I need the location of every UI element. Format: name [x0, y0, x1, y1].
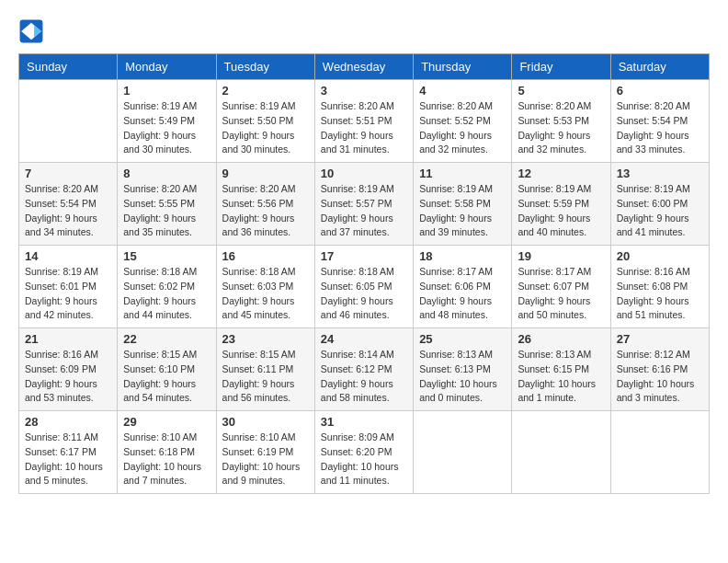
- day-info: Sunrise: 8:15 AMSunset: 6:11 PMDaylight:…: [222, 348, 309, 406]
- calendar-cell: [414, 411, 512, 494]
- day-info: Sunrise: 8:19 AMSunset: 5:58 PMDaylight:…: [419, 182, 506, 240]
- day-number: 15: [123, 249, 210, 263]
- weekday-header-friday: Friday: [512, 54, 610, 80]
- logo: [18, 18, 48, 44]
- calendar-cell: 8Sunrise: 8:20 AMSunset: 5:55 PMDaylight…: [118, 163, 216, 246]
- day-info: Sunrise: 8:17 AMSunset: 6:07 PMDaylight:…: [518, 265, 604, 323]
- day-info: Sunrise: 8:16 AMSunset: 6:09 PMDaylight:…: [25, 348, 111, 406]
- day-number: 23: [222, 332, 309, 346]
- day-number: 10: [321, 167, 407, 180]
- calendar-cell: 12Sunrise: 8:19 AMSunset: 5:59 PMDayligh…: [512, 163, 610, 246]
- day-number: 26: [518, 332, 604, 346]
- calendar-cell: 23Sunrise: 8:15 AMSunset: 6:11 PMDayligh…: [216, 328, 314, 411]
- calendar-cell: 5Sunrise: 8:20 AMSunset: 5:53 PMDaylight…: [512, 80, 610, 163]
- calendar-cell: 13Sunrise: 8:19 AMSunset: 6:00 PMDayligh…: [610, 163, 709, 246]
- day-number: 28: [25, 415, 111, 429]
- calendar-cell: 19Sunrise: 8:17 AMSunset: 6:07 PMDayligh…: [512, 246, 610, 328]
- weekday-header-tuesday: Tuesday: [216, 54, 314, 80]
- day-info: Sunrise: 8:11 AMSunset: 6:17 PMDaylight:…: [25, 431, 111, 488]
- day-number: 7: [25, 167, 111, 180]
- calendar-cell: 3Sunrise: 8:20 AMSunset: 5:51 PMDaylight…: [314, 80, 413, 163]
- day-info: Sunrise: 8:19 AMSunset: 5:49 PMDaylight:…: [123, 99, 210, 157]
- weekday-header-monday: Monday: [118, 54, 216, 80]
- day-number: 14: [25, 249, 111, 263]
- day-info: Sunrise: 8:10 AMSunset: 6:18 PMDaylight:…: [123, 431, 210, 488]
- calendar-cell: 10Sunrise: 8:19 AMSunset: 5:57 PMDayligh…: [314, 163, 413, 246]
- day-info: Sunrise: 8:19 AMSunset: 5:59 PMDaylight:…: [518, 182, 604, 240]
- day-number: 5: [518, 84, 604, 98]
- weekday-header-wednesday: Wednesday: [314, 54, 413, 80]
- day-number: 21: [25, 332, 111, 346]
- day-number: 13: [617, 167, 703, 180]
- calendar-cell: 2Sunrise: 8:19 AMSunset: 5:50 PMDaylight…: [216, 80, 314, 163]
- day-info: Sunrise: 8:20 AMSunset: 5:53 PMDaylight:…: [518, 99, 604, 157]
- day-number: 1: [123, 84, 210, 98]
- day-number: 8: [123, 167, 210, 180]
- calendar-cell: 28Sunrise: 8:11 AMSunset: 6:17 PMDayligh…: [19, 411, 118, 494]
- calendar-cell: 16Sunrise: 8:18 AMSunset: 6:03 PMDayligh…: [216, 246, 314, 328]
- day-info: Sunrise: 8:09 AMSunset: 6:20 PMDaylight:…: [321, 431, 407, 488]
- day-info: Sunrise: 8:20 AMSunset: 5:56 PMDaylight:…: [222, 182, 309, 240]
- calendar-cell: 26Sunrise: 8:13 AMSunset: 6:15 PMDayligh…: [512, 328, 610, 411]
- day-number: 18: [419, 249, 506, 263]
- day-number: 27: [617, 332, 703, 346]
- weekday-header-sunday: Sunday: [19, 54, 118, 80]
- day-info: Sunrise: 8:20 AMSunset: 5:54 PMDaylight:…: [617, 99, 703, 157]
- weekday-header-saturday: Saturday: [610, 54, 709, 80]
- calendar-cell: 11Sunrise: 8:19 AMSunset: 5:58 PMDayligh…: [414, 163, 512, 246]
- calendar-cell: 4Sunrise: 8:20 AMSunset: 5:52 PMDaylight…: [414, 80, 512, 163]
- day-info: Sunrise: 8:14 AMSunset: 6:12 PMDaylight:…: [321, 348, 407, 406]
- day-info: Sunrise: 8:16 AMSunset: 6:08 PMDaylight:…: [617, 265, 703, 323]
- day-number: 19: [518, 249, 604, 263]
- day-number: 6: [617, 84, 703, 98]
- calendar-cell: [610, 411, 709, 494]
- calendar-cell: 30Sunrise: 8:10 AMSunset: 6:19 PMDayligh…: [216, 411, 314, 494]
- day-number: 11: [419, 167, 506, 180]
- day-info: Sunrise: 8:17 AMSunset: 6:06 PMDaylight:…: [419, 265, 506, 323]
- logo-icon: [18, 18, 44, 44]
- day-number: 31: [321, 415, 407, 429]
- calendar-cell: 1Sunrise: 8:19 AMSunset: 5:49 PMDaylight…: [118, 80, 216, 163]
- calendar-cell: 7Sunrise: 8:20 AMSunset: 5:54 PMDaylight…: [19, 163, 118, 246]
- calendar-cell: 20Sunrise: 8:16 AMSunset: 6:08 PMDayligh…: [610, 246, 709, 328]
- day-info: Sunrise: 8:15 AMSunset: 6:10 PMDaylight:…: [123, 348, 210, 406]
- calendar-cell: 31Sunrise: 8:09 AMSunset: 6:20 PMDayligh…: [314, 411, 413, 494]
- day-number: 25: [419, 332, 506, 346]
- day-info: Sunrise: 8:20 AMSunset: 5:52 PMDaylight:…: [419, 99, 506, 157]
- day-info: Sunrise: 8:20 AMSunset: 5:55 PMDaylight:…: [123, 182, 210, 240]
- day-number: 3: [321, 84, 407, 98]
- day-number: 20: [617, 249, 703, 263]
- calendar-cell: [512, 411, 610, 494]
- calendar-cell: 6Sunrise: 8:20 AMSunset: 5:54 PMDaylight…: [610, 80, 709, 163]
- calendar-cell: 18Sunrise: 8:17 AMSunset: 6:06 PMDayligh…: [414, 246, 512, 328]
- day-info: Sunrise: 8:19 AMSunset: 5:50 PMDaylight:…: [222, 99, 309, 157]
- calendar-cell: 29Sunrise: 8:10 AMSunset: 6:18 PMDayligh…: [118, 411, 216, 494]
- day-number: 9: [222, 167, 309, 180]
- day-number: 22: [123, 332, 210, 346]
- day-number: 17: [321, 249, 407, 263]
- calendar-cell: 22Sunrise: 8:15 AMSunset: 6:10 PMDayligh…: [118, 328, 216, 411]
- day-info: Sunrise: 8:18 AMSunset: 6:02 PMDaylight:…: [123, 265, 210, 323]
- day-info: Sunrise: 8:20 AMSunset: 5:51 PMDaylight:…: [321, 99, 407, 157]
- calendar-cell: 9Sunrise: 8:20 AMSunset: 5:56 PMDaylight…: [216, 163, 314, 246]
- day-number: 2: [222, 84, 309, 98]
- day-number: 4: [419, 84, 506, 98]
- day-info: Sunrise: 8:13 AMSunset: 6:15 PMDaylight:…: [518, 348, 604, 406]
- calendar-table: SundayMondayTuesdayWednesdayThursdayFrid…: [18, 53, 710, 494]
- calendar-cell: 24Sunrise: 8:14 AMSunset: 6:12 PMDayligh…: [314, 328, 413, 411]
- day-number: 29: [123, 415, 210, 429]
- day-number: 30: [222, 415, 309, 429]
- day-info: Sunrise: 8:19 AMSunset: 5:57 PMDaylight:…: [321, 182, 407, 240]
- calendar-cell: [19, 80, 118, 163]
- calendar-cell: 17Sunrise: 8:18 AMSunset: 6:05 PMDayligh…: [314, 246, 413, 328]
- calendar-cell: 15Sunrise: 8:18 AMSunset: 6:02 PMDayligh…: [118, 246, 216, 328]
- page-header: [18, 18, 710, 44]
- day-info: Sunrise: 8:13 AMSunset: 6:13 PMDaylight:…: [419, 348, 506, 406]
- day-info: Sunrise: 8:18 AMSunset: 6:03 PMDaylight:…: [222, 265, 309, 323]
- day-info: Sunrise: 8:19 AMSunset: 6:00 PMDaylight:…: [617, 182, 703, 240]
- calendar-cell: 27Sunrise: 8:12 AMSunset: 6:16 PMDayligh…: [610, 328, 709, 411]
- day-info: Sunrise: 8:18 AMSunset: 6:05 PMDaylight:…: [321, 265, 407, 323]
- day-info: Sunrise: 8:12 AMSunset: 6:16 PMDaylight:…: [617, 348, 703, 406]
- day-info: Sunrise: 8:19 AMSunset: 6:01 PMDaylight:…: [25, 265, 111, 323]
- weekday-header-thursday: Thursday: [414, 54, 512, 80]
